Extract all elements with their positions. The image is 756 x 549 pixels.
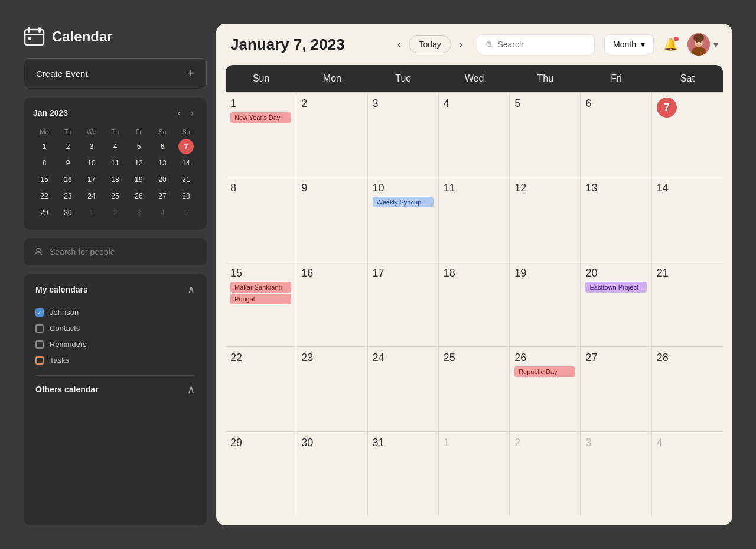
mini-day-10[interactable]: 10 bbox=[84, 155, 99, 171]
cell-jan-30[interactable]: 30 bbox=[296, 432, 367, 516]
mini-day-29[interactable]: 29 bbox=[37, 205, 52, 220]
cell-jan-10[interactable]: 10 Weekly Syncup bbox=[368, 177, 439, 261]
mini-day-11[interactable]: 11 bbox=[107, 155, 123, 171]
cell-jan-18[interactable]: 18 bbox=[439, 262, 510, 346]
mini-day-25[interactable]: 25 bbox=[107, 189, 123, 204]
mini-day-8[interactable]: 8 bbox=[37, 155, 52, 171]
cell-jan-11[interactable]: 11 bbox=[439, 177, 510, 261]
mini-day-feb5[interactable]: 5 bbox=[178, 205, 194, 220]
calendar-checkbox-johnson[interactable] bbox=[35, 308, 44, 317]
mini-day-20[interactable]: 20 bbox=[155, 172, 170, 187]
mini-day-feb4[interactable]: 4 bbox=[155, 205, 170, 220]
cell-jan-19[interactable]: 19 bbox=[510, 262, 581, 346]
event-makar-sankranti[interactable]: Makar Sankranti bbox=[230, 282, 291, 293]
cell-jan-25[interactable]: 25 bbox=[439, 347, 510, 431]
calendar-checkbox-reminders[interactable] bbox=[35, 340, 44, 349]
my-calendars-collapse-button[interactable]: ∧ bbox=[187, 283, 195, 296]
mini-day-15[interactable]: 15 bbox=[37, 172, 52, 187]
event-new-years-day[interactable]: New Year's Day bbox=[230, 112, 291, 123]
event-weekly-syncup[interactable]: Weekly Syncup bbox=[373, 197, 434, 207]
search-people-input[interactable]: Search for people bbox=[24, 238, 207, 265]
cell-jan-6[interactable]: 6 bbox=[581, 93, 651, 177]
cell-jan-16[interactable]: 16 bbox=[296, 262, 367, 346]
cell-jan-31[interactable]: 31 bbox=[368, 432, 439, 516]
day-number: 28 bbox=[657, 352, 718, 364]
cell-jan-8[interactable]: 8 bbox=[226, 177, 296, 261]
mini-day-7-today[interactable]: 7 bbox=[178, 139, 194, 154]
today-button[interactable]: Today bbox=[409, 35, 451, 53]
calendar-item-contacts[interactable]: Contacts bbox=[35, 320, 195, 336]
mini-day-12[interactable]: 12 bbox=[131, 155, 146, 171]
cell-jan-23[interactable]: 23 bbox=[296, 347, 367, 431]
calendar-checkbox-contacts[interactable] bbox=[35, 324, 44, 333]
mini-day-26[interactable]: 26 bbox=[131, 189, 146, 204]
cell-jan-24[interactable]: 24 bbox=[368, 347, 439, 431]
calendar-item-johnson[interactable]: Johnson bbox=[35, 304, 195, 320]
mini-day-3[interactable]: 3 bbox=[84, 139, 99, 154]
calendar-item-reminders[interactable]: Reminders bbox=[35, 336, 195, 352]
mini-day-feb2[interactable]: 2 bbox=[107, 205, 123, 220]
mini-day-27[interactable]: 27 bbox=[155, 189, 170, 204]
cell-jan-29[interactable]: 29 bbox=[226, 432, 296, 516]
cell-jan-2[interactable]: 2 bbox=[296, 93, 367, 177]
mini-day-24[interactable]: 24 bbox=[84, 189, 99, 204]
mini-day-4[interactable]: 4 bbox=[107, 139, 123, 154]
mini-day-5[interactable]: 5 bbox=[131, 139, 146, 154]
cell-jan-15[interactable]: 15 Makar Sankranti Pongal bbox=[226, 262, 296, 346]
cell-jan-7-today[interactable]: 7 bbox=[652, 93, 723, 177]
mini-day-16[interactable]: 16 bbox=[60, 172, 76, 187]
mini-day-9[interactable]: 9 bbox=[60, 155, 76, 171]
create-event-button[interactable]: Create Event + bbox=[24, 58, 207, 89]
cell-jan-21[interactable]: 21 bbox=[652, 262, 723, 346]
cell-jan-26[interactable]: 26 Republic Day bbox=[510, 347, 581, 431]
mini-day-22[interactable]: 22 bbox=[37, 189, 52, 204]
mini-day-2[interactable]: 2 bbox=[60, 139, 76, 154]
cell-jan-5[interactable]: 5 bbox=[510, 93, 581, 177]
mini-day-19[interactable]: 19 bbox=[131, 172, 146, 187]
cell-jan-3[interactable]: 3 bbox=[368, 93, 439, 177]
cell-feb-3[interactable]: 3 bbox=[581, 432, 651, 516]
cell-jan-4[interactable]: 4 bbox=[439, 93, 510, 177]
prev-arrow-button[interactable]: ‹ bbox=[393, 37, 405, 52]
cell-jan-22[interactable]: 22 bbox=[226, 347, 296, 431]
cell-jan-27[interactable]: 27 bbox=[581, 347, 651, 431]
cell-feb-1[interactable]: 1 bbox=[439, 432, 510, 516]
cell-feb-4[interactable]: 4 bbox=[652, 432, 723, 516]
others-calendar-collapse-button[interactable]: ∧ bbox=[187, 383, 195, 396]
search-input[interactable] bbox=[497, 40, 586, 49]
cell-jan-17[interactable]: 17 bbox=[368, 262, 439, 346]
mini-day-23[interactable]: 23 bbox=[60, 189, 76, 204]
cell-jan-12[interactable]: 12 bbox=[510, 177, 581, 261]
mini-cal-next[interactable]: › bbox=[187, 107, 197, 119]
cell-jan-14[interactable]: 14 bbox=[652, 177, 723, 261]
cell-feb-2[interactable]: 2 bbox=[510, 432, 581, 516]
event-pongal[interactable]: Pongal bbox=[230, 294, 291, 304]
cell-jan-13[interactable]: 13 bbox=[581, 177, 651, 261]
cell-jan-9[interactable]: 9 bbox=[296, 177, 367, 261]
mini-day-6[interactable]: 6 bbox=[155, 139, 170, 154]
mini-day-21[interactable]: 21 bbox=[178, 172, 194, 187]
event-republic-day[interactable]: Republic Day bbox=[514, 366, 575, 377]
mini-day-14[interactable]: 14 bbox=[178, 155, 194, 171]
mini-day-1[interactable]: 1 bbox=[37, 139, 52, 154]
month-selector[interactable]: Month ▾ bbox=[604, 34, 654, 54]
mini-day-18[interactable]: 18 bbox=[107, 172, 123, 187]
cell-jan-20[interactable]: 20 Easttown Project bbox=[581, 262, 651, 346]
next-arrow-button[interactable]: › bbox=[455, 37, 467, 52]
cell-jan-28[interactable]: 28 bbox=[652, 347, 723, 431]
cell-jan-1[interactable]: 1 New Year's Day bbox=[226, 93, 296, 177]
mini-day-13[interactable]: 13 bbox=[155, 155, 170, 171]
avatar-dropdown-button[interactable]: ▾ bbox=[713, 39, 718, 50]
event-easttown-project[interactable]: Easttown Project bbox=[585, 282, 646, 293]
mini-day-28[interactable]: 28 bbox=[178, 189, 194, 204]
calendar-checkbox-tasks[interactable] bbox=[35, 356, 44, 365]
mini-day-feb3[interactable]: 3 bbox=[131, 205, 146, 220]
mini-cal-prev[interactable]: ‹ bbox=[174, 107, 184, 119]
user-avatar[interactable] bbox=[687, 33, 710, 56]
mini-day-feb1[interactable]: 1 bbox=[84, 205, 99, 220]
search-bar[interactable] bbox=[477, 34, 595, 54]
notification-bell-button[interactable]: 🔔 bbox=[663, 37, 678, 51]
mini-day-30[interactable]: 30 bbox=[60, 205, 76, 220]
calendar-item-tasks[interactable]: Tasks bbox=[35, 352, 195, 368]
mini-day-17[interactable]: 17 bbox=[84, 172, 99, 187]
